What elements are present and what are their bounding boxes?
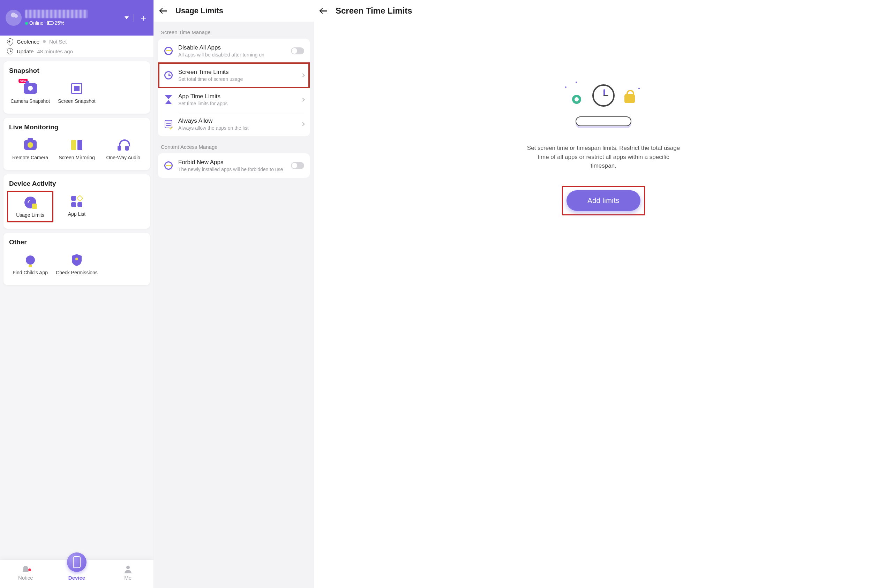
forbid-new-apps-toggle[interactable] bbox=[291, 162, 304, 169]
disable-all-icon bbox=[164, 47, 173, 55]
switch-device-dropdown-icon[interactable] bbox=[125, 16, 129, 19]
screen-time-titlebar: Screen Time Limits bbox=[314, 0, 893, 22]
update-clock-icon bbox=[7, 48, 13, 54]
chevron-right-icon bbox=[301, 98, 305, 101]
find-child-label: Find Child's App bbox=[8, 270, 53, 275]
nav-device-fab[interactable] bbox=[67, 552, 87, 572]
usage-limits-pane: Usage Limits Screen Time Manage Disable … bbox=[153, 0, 314, 588]
add-limits-highlight: Add limits bbox=[562, 186, 645, 215]
device-activity-title: Device Activity bbox=[9, 180, 144, 188]
find-child-tile[interactable]: Find Child's App bbox=[7, 249, 53, 279]
live-title: Live Monitoring bbox=[9, 123, 144, 131]
app-list-label: App List bbox=[54, 211, 99, 217]
forbid-new-apps-title: Forbid New Apps bbox=[178, 159, 291, 166]
person-icon bbox=[125, 566, 131, 573]
lock-icon bbox=[624, 94, 635, 103]
geofence-value: Not Set bbox=[49, 39, 67, 45]
screen-time-limits-row[interactable]: Screen Time Limits Set total time of scr… bbox=[158, 63, 310, 87]
back-button[interactable] bbox=[320, 7, 328, 15]
app-time-limits-icon bbox=[165, 95, 172, 104]
app-time-limits-sub: Set time limits for apps bbox=[178, 101, 301, 106]
bottom-nav: Notice Device Me bbox=[0, 560, 153, 588]
content-access-card: Forbid New Apps The newly installed apps… bbox=[158, 153, 310, 178]
geofence-label: Geofence bbox=[17, 39, 39, 45]
back-button[interactable] bbox=[160, 7, 168, 15]
camera-snapshot-tile[interactable]: New Camera Snapshot bbox=[7, 78, 53, 107]
disable-all-toggle[interactable] bbox=[291, 47, 304, 54]
empty-state: Set screen time or timespan limits. Rest… bbox=[314, 22, 893, 588]
app-list-icon bbox=[71, 196, 82, 207]
screen-time-manage-card: Disable All Apps All apps will be disabl… bbox=[158, 39, 310, 136]
nav-notice[interactable]: Notice bbox=[0, 560, 51, 588]
always-allow-icon bbox=[165, 120, 172, 128]
snapshot-title: Snapshot bbox=[9, 67, 144, 75]
always-allow-row[interactable]: Always Allow Always allow the apps on th… bbox=[158, 112, 310, 136]
one-way-audio-tile[interactable]: One-Way Audio bbox=[100, 135, 146, 164]
screen-time-limits-pane: Screen Time Limits Set screen time or ti… bbox=[314, 0, 893, 588]
screen-mirroring-label: Screen Mirroring bbox=[54, 155, 99, 160]
screen-time-limits-sub: Set total time of screen usage bbox=[178, 76, 301, 82]
disable-all-sub: All apps will be disabled after turning … bbox=[178, 52, 291, 57]
remote-camera-icon bbox=[24, 140, 37, 150]
other-card: Other Find Child's App Check Permissions bbox=[3, 233, 150, 285]
check-permissions-label: Check Permissions bbox=[54, 270, 99, 275]
forbid-new-apps-row[interactable]: Forbid New Apps The newly installed apps… bbox=[158, 153, 310, 178]
notification-dot-icon bbox=[28, 568, 31, 571]
geofence-pin-icon bbox=[6, 37, 14, 46]
usage-limits-tile[interactable]: Usage Limits bbox=[7, 191, 53, 222]
empty-illustration bbox=[565, 84, 642, 126]
other-title: Other bbox=[9, 238, 144, 246]
find-child-icon bbox=[26, 255, 35, 264]
content-access-section-label: Content Access Manage bbox=[154, 136, 314, 153]
screen-time-title: Screen Time Limits bbox=[335, 6, 412, 16]
chevron-right-icon bbox=[301, 122, 305, 126]
divider bbox=[134, 14, 134, 22]
camera-snapshot-icon bbox=[24, 83, 37, 94]
screen-snapshot-label: Screen Snapshot bbox=[54, 98, 99, 104]
snapshot-card: Snapshot New Camera Snapshot Screen Snap… bbox=[3, 62, 150, 114]
camera-snapshot-label: Camera Snapshot bbox=[8, 98, 53, 104]
check-permissions-icon bbox=[72, 254, 82, 266]
usage-limits-titlebar: Usage Limits bbox=[154, 0, 314, 22]
update-row[interactable]: Update 48 minutes ago bbox=[0, 47, 153, 57]
update-value: 48 minutes ago bbox=[37, 48, 73, 54]
battery-icon bbox=[47, 21, 53, 25]
update-label: Update bbox=[17, 48, 33, 54]
empty-description: Set screen time or timespan limits. Rest… bbox=[527, 144, 680, 171]
screen-time-limits-icon bbox=[164, 71, 173, 80]
device-activity-card: Device Activity Usage Limits App List bbox=[3, 174, 150, 229]
usage-limits-label: Usage Limits bbox=[9, 212, 52, 218]
status-dot-icon bbox=[43, 40, 46, 43]
forbid-new-apps-icon bbox=[164, 161, 173, 170]
gear-icon bbox=[572, 95, 581, 104]
nav-me[interactable]: Me bbox=[102, 560, 153, 588]
live-monitoring-card: Live Monitoring Remote Camera Screen Mir… bbox=[3, 118, 150, 170]
screen-time-limits-title: Screen Time Limits bbox=[178, 69, 301, 76]
screen-mirroring-tile[interactable]: Screen Mirroring bbox=[53, 135, 100, 164]
geofence-row[interactable]: Geofence Not Set bbox=[0, 36, 153, 47]
app-time-limits-row[interactable]: App Time Limits Set time limits for apps bbox=[158, 87, 310, 112]
check-permissions-tile[interactable]: Check Permissions bbox=[53, 249, 100, 279]
chevron-right-icon bbox=[301, 73, 305, 77]
profile-header: Online 25% ＋ bbox=[0, 0, 153, 36]
profile-info: Online 25% bbox=[25, 10, 88, 26]
app-time-limits-title: App Time Limits bbox=[178, 93, 301, 100]
bell-icon bbox=[22, 566, 29, 573]
stopwatch-icon bbox=[592, 84, 615, 106]
device-dashboard-pane: Online 25% ＋ Geofence Not Set Update 48 … bbox=[0, 0, 153, 588]
nav-me-label: Me bbox=[102, 575, 153, 580]
nav-device-label: Device bbox=[51, 575, 102, 580]
add-device-button[interactable]: ＋ bbox=[139, 14, 148, 21]
disable-all-apps-row[interactable]: Disable All Apps All apps will be disabl… bbox=[158, 39, 310, 63]
app-list-tile[interactable]: App List bbox=[53, 191, 100, 222]
screen-snapshot-tile[interactable]: Screen Snapshot bbox=[53, 78, 100, 107]
remote-camera-tile[interactable]: Remote Camera bbox=[7, 135, 53, 164]
avatar[interactable] bbox=[6, 10, 22, 26]
one-way-audio-icon bbox=[117, 140, 129, 151]
screen-snapshot-icon bbox=[71, 83, 82, 94]
online-dot-icon bbox=[25, 22, 28, 25]
always-allow-title: Always Allow bbox=[178, 117, 301, 124]
add-limits-button[interactable]: Add limits bbox=[567, 190, 640, 211]
screen-time-section-label: Screen Time Manage bbox=[154, 22, 314, 39]
battery-status: 25% bbox=[47, 20, 64, 26]
